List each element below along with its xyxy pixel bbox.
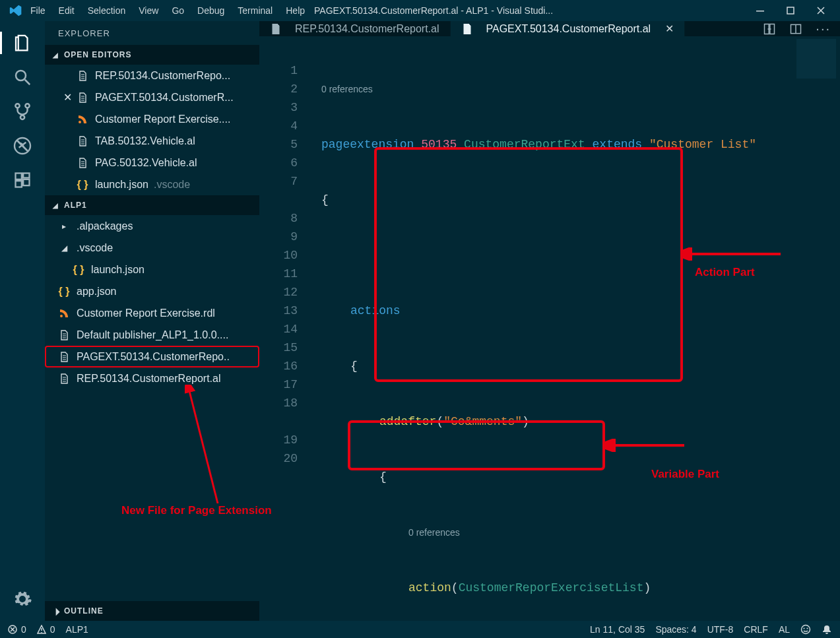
file-icon <box>461 24 473 34</box>
open-editors-label: OPEN EDITORS <box>64 50 131 59</box>
line-number <box>259 412 298 431</box>
file-icon <box>58 330 70 340</box>
activity-search-icon[interactable] <box>11 66 34 88</box>
line-number: 1 <box>259 61 298 80</box>
svg-point-4 <box>25 104 29 108</box>
file-label: TAB.50132.Vehicle.al <box>95 135 195 147</box>
activity-debug-icon[interactable] <box>11 135 34 157</box>
compare-changes-icon[interactable] <box>763 22 776 36</box>
project-section[interactable]: ◢ ALP1 <box>45 195 259 215</box>
chevron-down-icon: ◢ <box>53 51 59 59</box>
file-label: PAGEXT.50134.CustomerRepo.. <box>77 351 230 363</box>
line-number: 18 <box>259 394 298 412</box>
open-editors-section[interactable]: ◢ OPEN EDITORS <box>45 45 259 65</box>
file-label: .vscode <box>77 242 113 254</box>
activity-explorer-icon[interactable] <box>11 32 34 54</box>
line-number: 14 <box>259 320 298 338</box>
minimap[interactable] <box>796 39 836 79</box>
outline-section[interactable]: ◢ OUTLINE <box>45 601 259 621</box>
line-number-gutter: 1234567891011121314151617181920 <box>259 36 308 638</box>
line-number: 3 <box>259 98 298 117</box>
menu-view[interactable]: View <box>139 5 158 16</box>
file-label: Default publisher_ALP1_1.0.0.... <box>77 329 228 341</box>
tree-item[interactable]: ◢.vscode <box>45 237 259 259</box>
status-folder[interactable]: ALP1 <box>66 624 88 635</box>
file-icon <box>58 373 70 384</box>
line-number: 11 <box>259 265 298 283</box>
svg-rect-7 <box>16 174 22 179</box>
more-actions-icon[interactable]: ··· <box>816 21 831 36</box>
codelens-references[interactable]: 0 references <box>308 80 840 98</box>
open-editor-item[interactable]: TAB.50132.Vehicle.al <box>45 130 259 152</box>
window-minimize-icon[interactable] <box>756 6 767 15</box>
svg-rect-0 <box>756 11 764 12</box>
line-number: 16 <box>259 357 298 375</box>
line-number: 8 <box>259 209 298 228</box>
tab-rep-report[interactable]: REP.50134.CustomerReport.al <box>259 21 451 36</box>
code-content[interactable]: 0 references pageextension 50135 Custome… <box>308 36 840 638</box>
tree-item[interactable]: { }launch.json <box>45 259 259 280</box>
status-warnings[interactable]: 0 <box>37 624 55 635</box>
tree-item[interactable]: PAGEXT.50134.CustomerRepo.. <box>45 346 259 367</box>
menu-debug[interactable]: Debug <box>197 5 224 16</box>
tab-actions: ··· <box>754 21 840 36</box>
editor-body[interactable]: 1234567891011121314151617181920 0 refere… <box>259 36 840 638</box>
braces-icon: { } <box>73 264 84 276</box>
tree-item[interactable]: { }app.json <box>45 280 259 302</box>
tree-item[interactable]: Default publisher_ALP1_1.0.0.... <box>45 324 259 346</box>
svg-rect-8 <box>16 181 22 187</box>
window-maximize-icon[interactable] <box>786 6 798 15</box>
menu-go[interactable]: Go <box>172 5 184 16</box>
tree-item[interactable]: REP.50134.CustomerReport.al <box>45 367 259 389</box>
activity-settings-gear-icon[interactable] <box>11 588 34 610</box>
braces-icon: { } <box>77 179 88 191</box>
activity-extensions-icon[interactable] <box>11 169 34 191</box>
menu-edit[interactable]: Edit <box>59 5 75 16</box>
outline-label: OUTLINE <box>64 606 104 616</box>
menu-selection[interactable]: Selection <box>88 5 126 16</box>
tree-item[interactable]: ▸.alpackages <box>45 215 259 237</box>
menu-terminal[interactable]: Terminal <box>238 5 273 16</box>
file-label: Customer Report Exercise.rdl <box>77 307 215 319</box>
rss-icon <box>77 115 88 124</box>
window-title: PAGEXT.50134.CustomerReport.al - ALP1 - … <box>314 5 745 16</box>
window-close-icon[interactable] <box>816 6 828 15</box>
line-number: 15 <box>259 338 298 357</box>
line-number <box>259 191 298 209</box>
close-icon[interactable]: ✕ <box>665 22 674 35</box>
activity-bar <box>0 21 45 621</box>
editor-tabs: REP.50134.CustomerReport.al PAGEXT.50134… <box>259 21 840 36</box>
tree-item[interactable]: Customer Report Exercise.rdl <box>45 302 259 324</box>
file-path-suffix: .vscode <box>154 179 190 191</box>
open-editor-item[interactable]: ✕PAGEXT.50134.CustomerR... <box>45 86 259 108</box>
file-label: PAGEXT.50134.CustomerR... <box>95 92 234 104</box>
chev-down-icon: ◢ <box>58 243 70 253</box>
rss-icon <box>58 309 70 318</box>
line-number: 12 <box>259 283 298 302</box>
open-editor-item[interactable]: REP.50134.CustomerRepo... <box>45 65 259 86</box>
svg-point-2 <box>16 71 26 80</box>
open-editor-item[interactable]: Customer Report Exercise.... <box>45 108 259 130</box>
svg-point-3 <box>15 104 19 108</box>
shell: EXPLORER ◢ OPEN EDITORS REP.50134.Custom… <box>0 21 840 621</box>
codelens-references[interactable]: 0 references <box>308 523 840 542</box>
menu-file[interactable]: File <box>30 5 46 16</box>
file-label: REP.50134.CustomerRepo... <box>95 70 230 82</box>
file-label: PAG.50132.Vehicle.al <box>95 157 197 169</box>
open-editor-item[interactable]: PAG.50132.Vehicle.al <box>45 152 259 174</box>
tab-label: REP.50134.CustomerReport.al <box>295 23 439 35</box>
status-errors[interactable]: 0 <box>8 624 26 635</box>
file-label: REP.50134.CustomerReport.al <box>77 373 221 385</box>
file-label: launch.json <box>91 264 145 276</box>
close-icon[interactable]: ✕ <box>58 91 77 104</box>
open-editor-item[interactable]: { }launch.json.vscode <box>45 174 259 195</box>
tab-pagext-report[interactable]: PAGEXT.50134.CustomerReport.al ✕ <box>451 21 686 36</box>
activity-source-control-icon[interactable] <box>11 100 34 123</box>
line-number: 5 <box>259 135 298 154</box>
menu-help[interactable]: Help <box>286 5 305 16</box>
split-editor-icon[interactable] <box>789 22 802 36</box>
braces-icon: { } <box>58 286 70 298</box>
vscode-logo-icon <box>9 4 22 17</box>
file-label: Customer Report Exercise.... <box>95 113 230 125</box>
line-number: 2 <box>259 80 298 98</box>
